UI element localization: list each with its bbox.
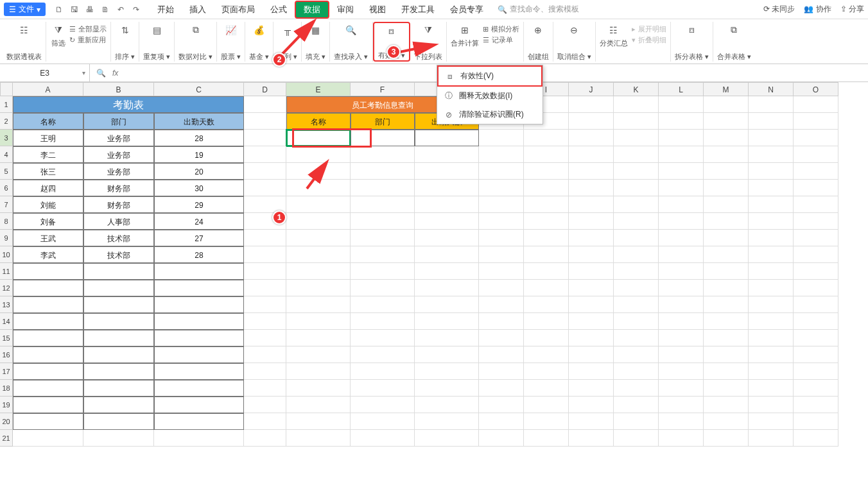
cell[interactable]: [569, 163, 614, 180]
cell[interactable]: [524, 196, 569, 213]
cell[interactable]: [749, 213, 794, 230]
cell[interactable]: [415, 430, 479, 447]
cell[interactable]: [749, 113, 794, 130]
file-menu[interactable]: ☰ 文件 ▾: [4, 3, 46, 16]
cell[interactable]: [704, 363, 749, 380]
empty-cell[interactable]: [13, 363, 83, 380]
cell[interactable]: [351, 363, 415, 380]
filter-icon[interactable]: ⧩: [50, 22, 67, 38]
empty-cell[interactable]: [154, 330, 244, 346]
table-cell[interactable]: 业务部: [83, 146, 154, 163]
cell[interactable]: [244, 397, 286, 413]
empty-cell[interactable]: [13, 330, 83, 346]
dd-circle-invalid[interactable]: ⓘ圈释无效数据(I): [437, 87, 542, 105]
table-cell[interactable]: 刘能: [13, 196, 83, 213]
cell[interactable]: [286, 397, 351, 413]
cell[interactable]: [351, 330, 415, 346]
empty-cell[interactable]: [13, 346, 83, 363]
cell[interactable]: [569, 130, 614, 146]
cell[interactable]: [659, 380, 704, 397]
rowhead-3[interactable]: 3: [0, 130, 13, 146]
cell[interactable]: [794, 280, 838, 296]
cell[interactable]: [479, 230, 524, 246]
cell[interactable]: [569, 263, 614, 280]
fill-button[interactable]: ▦填充 ▾: [302, 22, 330, 62]
lookup-cell[interactable]: [351, 130, 415, 146]
cell[interactable]: [479, 213, 524, 230]
cell[interactable]: [659, 397, 704, 413]
cell[interactable]: [704, 296, 749, 313]
cell[interactable]: [659, 163, 704, 180]
cell[interactable]: [569, 413, 614, 430]
table-cell[interactable]: 李武: [13, 246, 83, 263]
rowhead-15[interactable]: 15: [0, 330, 13, 346]
cell[interactable]: [244, 146, 286, 163]
cell[interactable]: [415, 180, 479, 196]
cell[interactable]: [286, 230, 351, 246]
cell[interactable]: [415, 280, 479, 296]
table-header[interactable]: 部门: [83, 113, 154, 130]
cell[interactable]: [749, 263, 794, 280]
cell[interactable]: [794, 130, 838, 146]
cell[interactable]: [569, 397, 614, 413]
rowhead-12[interactable]: 12: [0, 280, 13, 296]
cell[interactable]: [704, 130, 749, 146]
cell[interactable]: [479, 146, 524, 163]
group-ungroup-button[interactable]: ⊖取消组合 ▾: [553, 22, 596, 62]
tab-insert[interactable]: 插入: [182, 0, 214, 19]
cell[interactable]: [659, 413, 704, 430]
spreadsheet-grid[interactable]: A B C D E F G H I J K L M N O 1234567891…: [0, 82, 868, 478]
rowhead-10[interactable]: 10: [0, 246, 13, 263]
cell[interactable]: [659, 430, 704, 447]
cell[interactable]: [524, 280, 569, 296]
cell[interactable]: [524, 146, 569, 163]
rowhead-2[interactable]: 2: [0, 113, 13, 130]
cell[interactable]: [415, 146, 479, 163]
cell[interactable]: [524, 380, 569, 397]
qa-preview-icon[interactable]: 🗎: [100, 5, 111, 14]
cell[interactable]: [749, 180, 794, 196]
cell[interactable]: [351, 263, 415, 280]
empty-cell[interactable]: [13, 313, 83, 330]
cell[interactable]: [749, 146, 794, 163]
cell[interactable]: [749, 163, 794, 180]
cell[interactable]: [286, 363, 351, 380]
cell[interactable]: [351, 163, 415, 180]
cell[interactable]: [244, 430, 286, 447]
cell[interactable]: [569, 196, 614, 213]
cell[interactable]: [479, 246, 524, 263]
cell[interactable]: [569, 380, 614, 397]
cell[interactable]: [244, 246, 286, 263]
cell[interactable]: [569, 430, 614, 447]
rowhead-21[interactable]: 21: [0, 430, 13, 447]
whatif-button[interactable]: ⊞ 模拟分析: [483, 24, 519, 34]
empty-cell[interactable]: [154, 397, 244, 413]
cell[interactable]: [614, 413, 659, 430]
cell[interactable]: [524, 230, 569, 246]
cell[interactable]: [244, 163, 286, 180]
cell[interactable]: [351, 346, 415, 363]
table-cell[interactable]: 业务部: [83, 163, 154, 180]
cell[interactable]: [569, 213, 614, 230]
fund-button[interactable]: 💰基金 ▾: [245, 22, 273, 62]
cell[interactable]: [704, 263, 749, 280]
cell[interactable]: [659, 313, 704, 330]
empty-cell[interactable]: [154, 346, 244, 363]
cell[interactable]: [479, 380, 524, 397]
table-cell[interactable]: 张三: [13, 163, 83, 180]
rowhead-8[interactable]: 8: [0, 213, 13, 230]
subtotal-icon[interactable]: ☷: [605, 22, 622, 38]
empty-cell[interactable]: [154, 263, 244, 280]
cell[interactable]: [659, 146, 704, 163]
rowhead-17[interactable]: 17: [0, 363, 13, 380]
consolidate-icon[interactable]: ⊞: [456, 22, 473, 38]
cell[interactable]: [479, 263, 524, 280]
cell[interactable]: [614, 246, 659, 263]
cell[interactable]: [794, 213, 838, 230]
rowhead-1[interactable]: 1: [0, 96, 13, 113]
cell[interactable]: [659, 180, 704, 196]
cell[interactable]: [524, 163, 569, 180]
cell[interactable]: [244, 346, 286, 363]
table-cell[interactable]: 王明: [13, 130, 83, 146]
cell[interactable]: [794, 380, 838, 397]
